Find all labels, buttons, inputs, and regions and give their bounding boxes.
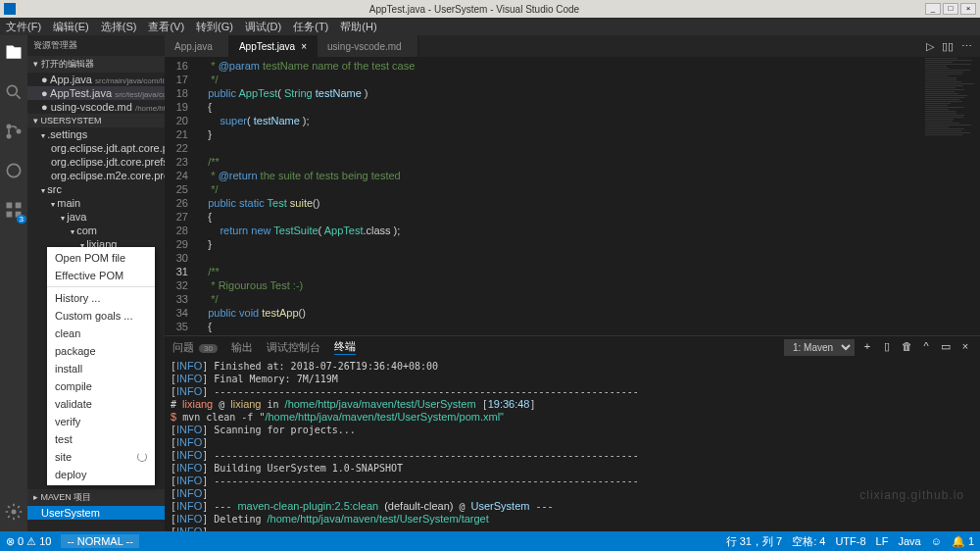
menu-item[interactable]: 查看(V)	[148, 20, 184, 34]
open-editor-item[interactable]: ● using-vscode.md /home/http/hexoh...	[27, 100, 165, 114]
status-errors[interactable]: ⊗ 0 ⚠ 10	[6, 535, 51, 548]
svg-rect-5	[7, 203, 13, 209]
workspace-header[interactable]: ▾ USERSYSTEM	[27, 114, 165, 127]
vim-mode: -- NORMAL --	[61, 534, 138, 548]
cursor-position[interactable]: 行 31，列 7	[726, 534, 782, 549]
tree-item[interactable]: org.eclipse.m2e.core.prefs	[27, 169, 165, 182]
minimize-button[interactable]: _	[925, 3, 941, 15]
kill-terminal-icon[interactable]: 🗑	[900, 340, 913, 354]
editor-area: App.javaAppTest.java×using-vscode.md▷▯▯⋯…	[165, 35, 980, 531]
open-editors-header[interactable]: ▾ 打开的编辑器	[27, 56, 165, 73]
statusbar: ⊗ 0 ⚠ 10 -- NORMAL -- 行 31，列 7 空格: 4 UTF…	[0, 531, 980, 551]
editor-tabs: App.javaAppTest.java×using-vscode.md▷▯▯⋯	[165, 35, 980, 57]
toggle-layout-icon[interactable]: ▭	[939, 340, 953, 354]
svg-rect-7	[7, 212, 13, 218]
eol-status[interactable]: LF	[876, 535, 889, 547]
context-menu-item[interactable]: Effective POM	[47, 267, 155, 284]
panel-tabs: 问题 30 输出 调试控制台 终端 1: Maven + ▯ 🗑 ^ ▭ ×	[165, 336, 980, 358]
context-menu-item[interactable]: package	[47, 342, 155, 360]
run-icon[interactable]: ▷	[926, 40, 934, 53]
tree-item[interactable]: .settings	[27, 127, 165, 141]
context-menu-item[interactable]: Custom goals ...	[47, 307, 155, 325]
language-status[interactable]: Java	[898, 535, 920, 547]
indent-status[interactable]: 空格: 4	[792, 534, 825, 549]
tree-item[interactable]: src	[27, 182, 165, 196]
tree-item[interactable]: com	[27, 224, 165, 237]
search-icon[interactable]	[4, 82, 24, 104]
terminal-task-select[interactable]: 1: Maven	[784, 339, 855, 356]
context-menu-item[interactable]: deploy	[47, 466, 155, 483]
menu-item[interactable]: 帮助(H)	[340, 20, 376, 34]
editor-tab[interactable]: App.java	[165, 35, 229, 57]
explorer-icon[interactable]	[4, 43, 24, 65]
context-menu-item[interactable]: site	[47, 448, 155, 466]
menubar: 文件(F)编辑(E)选择(S)查看(V)转到(G)调试(D)任务(T)帮助(H)	[0, 18, 980, 35]
tree-item[interactable]: org.eclipse.jdt.apt.core.prefs	[27, 141, 165, 155]
debug-icon[interactable]	[4, 161, 24, 182]
maximize-button[interactable]: □	[943, 3, 958, 15]
panel-tab-terminal[interactable]: 终端	[334, 339, 356, 355]
maximize-panel-icon[interactable]: ^	[919, 340, 933, 354]
close-button[interactable]: ×	[960, 3, 976, 15]
code-content[interactable]: * @param testName name of the test case …	[196, 57, 980, 335]
context-menu-item[interactable]: compile	[47, 377, 155, 395]
close-panel-icon[interactable]: ×	[958, 340, 972, 354]
settings-icon[interactable]	[4, 502, 24, 524]
line-gutter: 1617181920212223242526272829303132333435…	[165, 57, 196, 335]
menu-item[interactable]: 任务(T)	[293, 20, 328, 34]
context-menu-item[interactable]: clean	[47, 325, 155, 342]
editor-actions: ▷▯▯⋯	[926, 35, 980, 57]
context-menu-item[interactable]: Open POM file	[47, 249, 155, 267]
open-editor-item[interactable]: ● App.java src/main/java/com/lixiang	[27, 73, 165, 86]
code-editor[interactable]: 1617181920212223242526272829303132333435…	[165, 57, 980, 335]
split-editor-icon[interactable]: ▯▯	[942, 40, 954, 53]
new-terminal-icon[interactable]: +	[860, 340, 874, 354]
context-menu-item[interactable]: History ...	[47, 289, 155, 307]
notifications-icon[interactable]: 🔔 1	[952, 535, 974, 548]
context-menu-item[interactable]: validate	[47, 395, 155, 413]
svg-point-2	[7, 134, 12, 139]
tree-item[interactable]: org.eclipse.jdt.core.prefs	[27, 155, 165, 169]
feedback-icon[interactable]: ☺	[931, 535, 942, 547]
menu-item[interactable]: 调试(D)	[245, 20, 281, 34]
split-terminal-icon[interactable]: ▯	[880, 340, 894, 354]
encoding-status[interactable]: UTF-8	[835, 535, 865, 547]
maven-context-menu: Open POM fileEffective POMHistory ...Cus…	[47, 247, 155, 485]
context-menu-item[interactable]: verify	[47, 413, 155, 430]
svg-point-3	[17, 129, 22, 134]
svg-rect-6	[16, 203, 22, 209]
menu-item[interactable]: 文件(F)	[6, 20, 41, 34]
panel-tab-output[interactable]: 输出	[231, 340, 253, 355]
svg-point-0	[7, 85, 17, 95]
panel-tab-problems[interactable]: 问题 30	[172, 340, 218, 355]
extensions-icon[interactable]: 3	[4, 200, 24, 222]
svg-point-4	[7, 164, 20, 176]
terminal-content[interactable]: [INFO] Finished at: 2018-07-26T19:36:40+…	[165, 358, 980, 531]
sidebar-header: 资源管理器	[27, 35, 165, 56]
close-tab-icon[interactable]: ×	[301, 41, 307, 52]
watermark: clixiang.github.io	[859, 488, 964, 502]
menu-item[interactable]: 编辑(E)	[53, 20, 89, 34]
editor-tab[interactable]: using-vscode.md	[318, 35, 418, 57]
tree-item[interactable]: main	[27, 196, 165, 210]
activitybar: 3	[0, 35, 27, 531]
window-controls: _ □ ×	[925, 3, 976, 15]
bottom-panel: 问题 30 输出 调试控制台 终端 1: Maven + ▯ 🗑 ^ ▭ × […	[165, 335, 980, 531]
maven-project[interactable]: UserSystem	[27, 506, 165, 520]
menu-item[interactable]: 转到(G)	[196, 20, 233, 34]
window-title: AppTest.java - UserSystem - Visual Studi…	[24, 4, 925, 15]
svg-point-9	[12, 510, 17, 515]
titlebar: AppTest.java - UserSystem - Visual Studi…	[0, 0, 980, 18]
editor-tab[interactable]: AppTest.java×	[229, 35, 318, 57]
open-editor-item[interactable]: ● AppTest.java src/test/java/com/lixia..…	[27, 86, 165, 100]
maven-section[interactable]: ▸ MAVEN 项目	[27, 489, 165, 506]
minimap[interactable]	[921, 57, 980, 335]
more-icon[interactable]: ⋯	[961, 40, 972, 53]
tree-item[interactable]: java	[27, 210, 165, 224]
menu-item[interactable]: 选择(S)	[101, 20, 137, 34]
scm-icon[interactable]	[4, 122, 24, 143]
context-menu-item[interactable]: install	[47, 360, 155, 377]
panel-tab-debug[interactable]: 调试控制台	[267, 340, 320, 355]
context-menu-item[interactable]: test	[47, 430, 155, 448]
vscode-icon	[4, 3, 16, 15]
